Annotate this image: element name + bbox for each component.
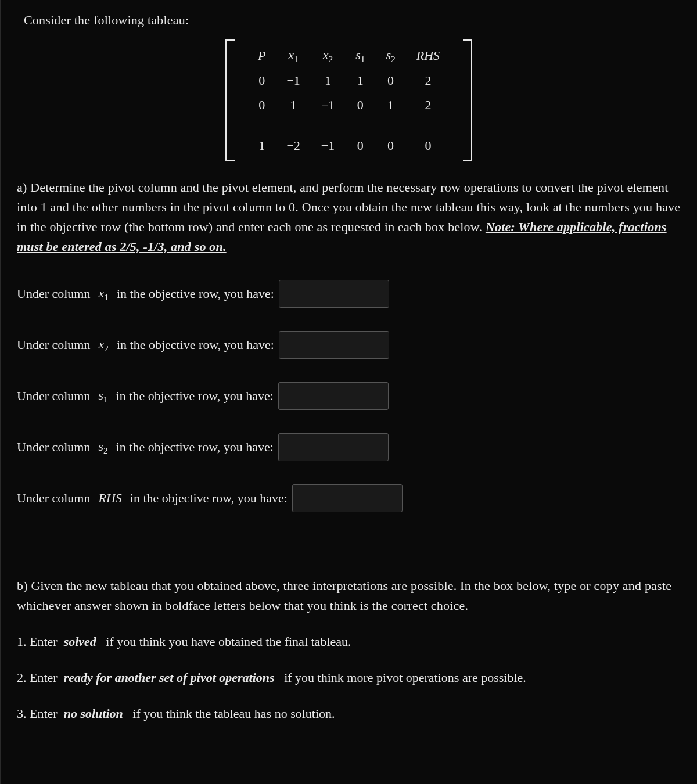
option-key-ready: ready for another set of pivot operation… xyxy=(64,670,275,685)
part-b-options: 1. Enter solved if you think you have ob… xyxy=(17,632,681,724)
part-a-text: a) Determine the pivot column and the pi… xyxy=(17,178,681,257)
intro-text: Consider the following tableau: xyxy=(24,10,681,30)
option-2: 2. Enter ready for another set of pivot … xyxy=(17,668,681,688)
answer-s2-input[interactable] xyxy=(278,433,389,461)
prompt-s1: Under column s1 in the objective row, yo… xyxy=(17,382,681,410)
part-b-text: b) Given the new tableau that you obtain… xyxy=(17,576,681,616)
option-3: 3. Enter no solution if you think the ta… xyxy=(17,704,681,724)
tableau-matrix: P x1 x2 s1 s2 RHS 0 −1 1 1 0 2 xyxy=(225,39,472,161)
answer-s1-input[interactable] xyxy=(278,382,389,410)
tableau-objective-row: 1 −2 −1 0 0 0 xyxy=(247,134,450,158)
prompt-x1: Under column x1 in the objective row, yo… xyxy=(17,280,681,308)
answer-rhs-input[interactable] xyxy=(292,484,403,512)
option-key-nosolution: no solution xyxy=(64,706,123,721)
answer-x1-input[interactable] xyxy=(279,280,389,308)
prompt-rhs: Under column RHS in the objective row, y… xyxy=(17,484,681,512)
tableau-container: P x1 x2 s1 s2 RHS 0 −1 1 1 0 2 xyxy=(17,39,681,161)
tableau-row: 0 1 −1 0 1 2 xyxy=(247,93,450,118)
right-bracket-icon xyxy=(463,39,472,161)
option-1: 1. Enter solved if you think you have ob… xyxy=(17,632,681,652)
question-page: Consider the following tableau: P x1 x2 … xyxy=(0,0,697,784)
tableau-row: 0 −1 1 1 0 2 xyxy=(247,69,450,93)
tableau-table: P x1 x2 s1 s2 RHS 0 −1 1 1 0 2 xyxy=(247,43,450,158)
option-key-solved: solved xyxy=(64,634,96,649)
left-bracket-icon xyxy=(225,39,235,161)
tableau-header-row: P x1 x2 s1 s2 RHS xyxy=(247,43,450,69)
prompt-s2: Under column s2 in the objective row, yo… xyxy=(17,433,681,461)
prompt-x2: Under column x2 in the objective row, yo… xyxy=(17,331,681,359)
answer-x2-input[interactable] xyxy=(279,331,389,359)
